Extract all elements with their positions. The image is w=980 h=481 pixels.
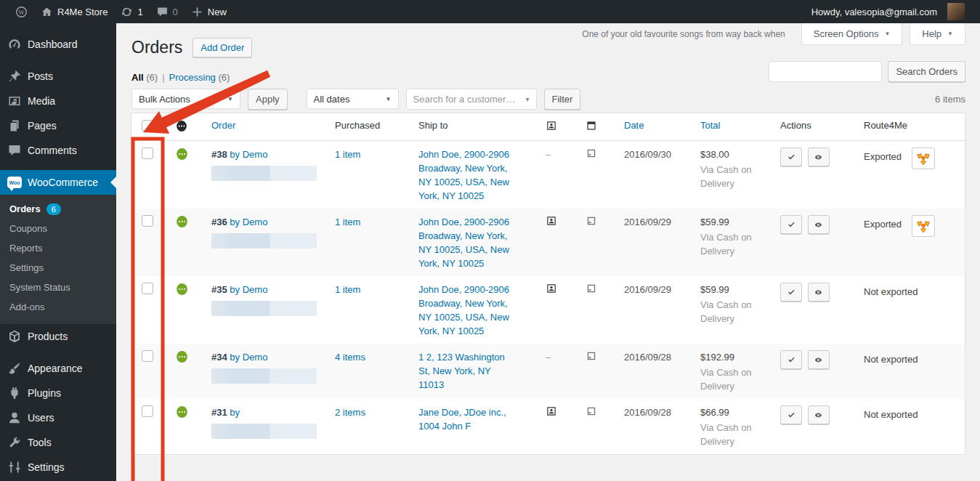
row-checkbox[interactable] xyxy=(142,350,153,362)
sidebar-item[interactable]: Settings xyxy=(0,455,116,480)
date-filter-value: All dates xyxy=(314,94,350,105)
svg-text:W: W xyxy=(18,8,24,15)
bulk-actions-select[interactable]: Bulk Actions ▼ xyxy=(131,89,240,109)
sidebar-item[interactable]: Posts xyxy=(0,64,116,89)
bulk-actions-value: Bulk Actions xyxy=(139,94,190,105)
search-orders-button[interactable]: Search Orders xyxy=(888,61,965,82)
customer-search-select[interactable]: Search for a customer… ▾ xyxy=(406,89,537,110)
row-checkbox[interactable] xyxy=(142,405,153,417)
purchased-items-link[interactable]: 1 item xyxy=(335,284,360,295)
sidebar-item[interactable]: Dashboard xyxy=(0,32,116,57)
screen-options-button[interactable]: Screen Options ▼ xyxy=(801,23,903,45)
view-order-button[interactable] xyxy=(808,283,830,302)
sidebar-item[interactable]: Pages xyxy=(0,113,116,138)
row-checkbox[interactable] xyxy=(142,147,153,159)
sidebar-item-woocommerce[interactable]: Woo WooCommerce xyxy=(0,170,116,195)
row-checkbox[interactable] xyxy=(142,215,153,227)
site-menu[interactable]: R4Me Store xyxy=(34,0,114,23)
sidebar-subitem[interactable]: Reports xyxy=(0,238,116,258)
sidebar-item-icon xyxy=(7,411,22,425)
sidebar-subitem[interactable]: Settings xyxy=(0,258,116,278)
complete-order-button[interactable] xyxy=(780,283,802,302)
sidebar-item[interactable]: Tools xyxy=(0,430,116,455)
sidebar-item[interactable]: Users xyxy=(0,405,116,430)
complete-order-button[interactable] xyxy=(780,147,802,166)
customer-icon xyxy=(546,215,557,227)
complete-order-button[interactable] xyxy=(780,215,802,234)
sidebar-subitem[interactable]: Coupons xyxy=(0,219,116,238)
ship-to-address-link[interactable]: Jane Doe, JDoe inc., 1004 John F xyxy=(418,405,518,433)
route4me-view-route-button[interactable] xyxy=(912,215,935,237)
route4me-view-route-button[interactable] xyxy=(912,147,935,169)
sidebar-item[interactable]: Plugins xyxy=(0,381,116,405)
sidebar-item-icon xyxy=(7,329,22,344)
eye-icon xyxy=(814,153,823,162)
ship-to-address-link[interactable]: John Doe, 2900-2906 Broadway, New York, … xyxy=(418,283,518,338)
route4me-icon xyxy=(916,219,931,233)
page-title: Orders xyxy=(131,38,182,57)
sidebar-item[interactable]: Products xyxy=(0,324,116,349)
chevron-down-icon: ▼ xyxy=(378,96,392,102)
view-all-link[interactable]: All (6) xyxy=(131,72,158,83)
sidebar-item-label: Media xyxy=(28,95,55,107)
sidebar-item-label: Plugins xyxy=(28,387,61,399)
sort-by-order[interactable]: Order xyxy=(211,120,235,131)
row-checkbox[interactable] xyxy=(142,283,153,294)
my-account-menu[interactable]: Howdy, valesopia@gmail.com xyxy=(805,0,971,23)
sort-by-date[interactable]: Date xyxy=(624,120,644,131)
order-link[interactable]: #31 by xyxy=(211,407,240,418)
view-order-button[interactable] xyxy=(808,350,830,369)
customer-icon xyxy=(546,405,557,417)
sidebar-subitem[interactable]: System Status xyxy=(0,278,116,297)
complete-order-button[interactable] xyxy=(780,405,802,424)
order-link[interactable]: #35 by Demo xyxy=(211,284,267,295)
apply-button[interactable]: Apply xyxy=(248,89,288,110)
purchased-items-link[interactable]: 2 items xyxy=(335,407,365,418)
sidebar-subitem-label: Settings xyxy=(9,262,44,273)
view-order-button[interactable] xyxy=(808,215,830,234)
table-header-row: Order Purchased Ship to Date Total Actio… xyxy=(131,113,965,141)
ship-to-address-link[interactable]: John Doe, 2900-2906 Broadway, New York, … xyxy=(418,147,518,203)
order-total: $59.99 xyxy=(700,215,767,229)
view-order-button[interactable] xyxy=(808,405,830,424)
sidebar-item-icon xyxy=(7,460,22,474)
sidebar-item-label: Users xyxy=(28,412,54,424)
payment-method: Via Cash on Delivery xyxy=(700,298,766,326)
sidebar-item[interactable]: Appearance xyxy=(0,356,116,381)
purchased-items-link[interactable]: 1 item xyxy=(335,149,360,160)
comments-menu[interactable]: 0 xyxy=(150,0,185,23)
purchased-column-header: Purchased xyxy=(335,120,380,131)
order-link[interactable]: #36 by Demo xyxy=(211,217,267,227)
add-order-button[interactable]: Add Order xyxy=(193,38,252,57)
wp-logo-menu[interactable]: W xyxy=(9,0,34,23)
sidebar-subitem-label: System Status xyxy=(9,282,70,293)
note-icon xyxy=(586,215,597,227)
sidebar-item[interactable]: Media xyxy=(0,89,116,113)
view-processing-link[interactable]: Processing (6) xyxy=(169,72,230,83)
select-all-checkbox[interactable] xyxy=(142,120,153,132)
new-menu[interactable]: New xyxy=(185,0,233,23)
ship-to-address-link[interactable]: 1 2, 123 Washington St, New York, NY 110… xyxy=(418,350,518,392)
complete-order-button[interactable] xyxy=(780,350,802,369)
route4me-export-status: Exported xyxy=(864,215,902,231)
sidebar-item-label: Appearance xyxy=(28,363,83,374)
purchased-items-link[interactable]: 1 item xyxy=(335,217,360,227)
sidebar-subitem[interactable]: Add-ons xyxy=(0,297,116,317)
ship-to-address-link[interactable]: John Doe, 2900-2906 Broadway, New York, … xyxy=(418,215,518,270)
sidebar-subitem[interactable]: Orders 6 xyxy=(0,199,116,219)
purchased-items-link[interactable]: 4 items xyxy=(335,352,365,363)
updates-menu[interactable]: 1 xyxy=(114,0,149,23)
promo-text: One of your old favourite songs from way… xyxy=(582,29,785,39)
help-button[interactable]: Help ▼ xyxy=(910,23,965,45)
order-link[interactable]: #38 by Demo xyxy=(211,149,267,160)
note-icon xyxy=(586,283,597,294)
order-link[interactable]: #34 by Demo xyxy=(211,352,267,363)
date-filter-select[interactable]: All dates ▼ xyxy=(307,89,399,109)
view-order-button[interactable] xyxy=(808,147,830,166)
redacted-customer-info xyxy=(211,424,317,439)
route4me-export-status: Exported xyxy=(864,147,902,163)
search-orders-input[interactable] xyxy=(769,61,882,82)
filter-button[interactable]: Filter xyxy=(544,89,581,110)
sort-by-total[interactable]: Total xyxy=(700,120,720,131)
sidebar-item[interactable]: Comments xyxy=(0,138,116,163)
